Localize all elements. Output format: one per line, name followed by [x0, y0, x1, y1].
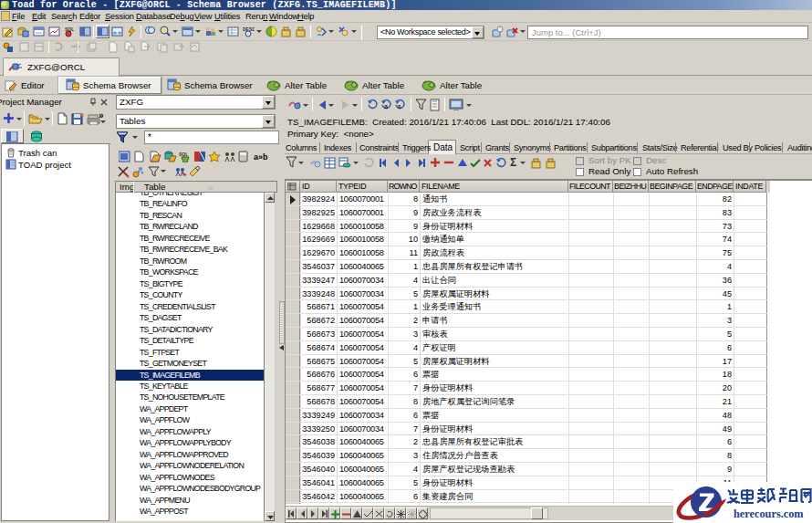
svg-text:a: a [384, 103, 388, 110]
svg-text:s: s [398, 103, 401, 110]
svg-text:SQL: SQL [179, 152, 188, 157]
